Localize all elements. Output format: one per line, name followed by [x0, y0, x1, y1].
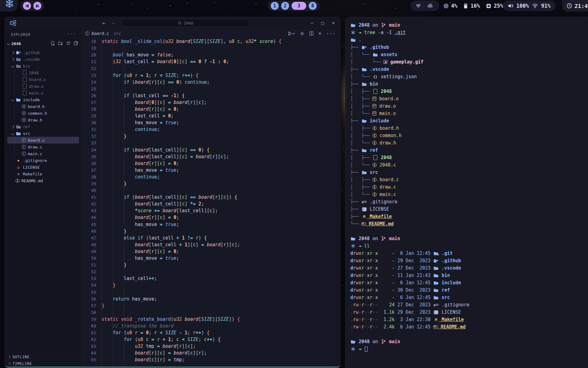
workspace-3[interactable]: 3 [292, 2, 306, 10]
editor-more-button[interactable]: ··· [326, 31, 336, 36]
code-line[interactable]: 52 [81, 268, 340, 275]
sidebar-item-vscode[interactable]: .vscode [5, 56, 81, 63]
code-line[interactable]: 60 // transpose the board [81, 323, 340, 329]
code-line[interactable]: 24 if (board[r][c] == 0) continue; [81, 79, 340, 86]
sidebar-item-gitignore[interactable]: ◆.gitignore [5, 157, 81, 164]
code-line[interactable]: 64 board[r][c] = board[c][r]; [81, 350, 340, 356]
code-line[interactable]: 46 } [81, 228, 340, 235]
sidebar-item-maino[interactable]: main.o [5, 90, 81, 96]
sidebar-item-LICENSE[interactable]: ⚖LICENSE [5, 164, 81, 171]
code-line[interactable]: 58 [81, 309, 340, 316]
code-line[interactable]: 50 has_move = true; [81, 255, 340, 262]
code-line[interactable]: 29 last_cell = 0; [81, 113, 340, 119]
close-button[interactable]: × [332, 20, 335, 26]
code-line[interactable]: 57} [81, 302, 340, 309]
code-line[interactable]: 48 board[last_cell + 1][c] = board[r][c]… [81, 241, 340, 248]
code-line[interactable]: 55 [81, 289, 340, 295]
code-line[interactable]: 21 i32 last_cell = board[0][c] == 0 ? -1… [81, 58, 340, 65]
code-line[interactable]: 18static bool _slide_col(u32 board[SIZE]… [81, 38, 340, 45]
media-next-button[interactable] [33, 2, 41, 10]
code-line[interactable]: 25 [81, 86, 340, 92]
outline-section[interactable]: OUTLINE [5, 353, 81, 360]
settings-gear-button[interactable] [300, 31, 304, 36]
code-line[interactable]: 38 continue; [81, 174, 340, 180]
code-line[interactable]: 27 board[0][c] = board[r][c]; [81, 99, 340, 106]
volume-network-pill[interactable]: 100% 91% [503, 1, 556, 11]
sidebar-item-commonh[interactable]: Hcommon.h [5, 110, 81, 117]
workspace-1[interactable]: 1 [271, 2, 279, 10]
code-line[interactable]: 47 else if (last_cell + 1 != r) { [81, 235, 340, 241]
code-line[interactable]: 31 continue; [81, 126, 340, 133]
sidebar-item-drawc[interactable]: Cdraw.c [5, 144, 81, 150]
code-line[interactable]: 34 if (board[last_cell][c] == 0) { [81, 147, 340, 153]
nav-back-button[interactable]: ← [102, 20, 105, 26]
run-debug-button[interactable] [288, 31, 295, 36]
sidebar-item-include[interactable]: include [5, 96, 81, 103]
code-line[interactable]: 23 for (u8 r = 1; r < SIZE; r++) { [81, 72, 340, 79]
code-line[interactable]: 28 board[r][c] = 0; [81, 106, 340, 113]
sidebar-item-drawo[interactable]: draw.o [5, 83, 81, 90]
code-line[interactable]: 45 has_move = true; [81, 221, 340, 228]
new-file-button[interactable] [51, 41, 55, 45]
code-line[interactable]: 54 } [81, 282, 340, 289]
sidebar-item-ref[interactable]: ref [5, 123, 81, 130]
refresh-button[interactable] [66, 41, 70, 45]
code-line[interactable]: 49 board[r][c] = 0; [81, 248, 340, 255]
minimize-button[interactable]: − [311, 20, 313, 26]
clock[interactable]: 21:46 [562, 0, 588, 12]
code-line[interactable]: 30 has_move = true; [81, 119, 340, 126]
tab-board-c[interactable]: C board.c src [81, 31, 121, 36]
sidebar-item-READMEmd[interactable]: iREADME.md [5, 177, 81, 184]
sidebar-item-src[interactable]: src [5, 130, 81, 137]
code-line[interactable]: 65 board[c][r] = tmp; [81, 356, 340, 363]
command-center-search[interactable]: 2048 [121, 19, 250, 27]
code-line[interactable]: 62 for (u8 c = r + 1; c < SIZE; c++) { [81, 336, 340, 343]
code-line[interactable]: 20 bool has_move = false; [81, 52, 340, 58]
code-line[interactable]: 59static void _rotate_board(u32 board[SI… [81, 316, 340, 323]
code-line[interactable]: 56 return has_move; [81, 296, 340, 302]
sidebar-item-boardh[interactable]: Hboard.h [5, 103, 81, 110]
code-line[interactable]: 41 if (board[last_cell][c] == board[r][c… [81, 194, 340, 201]
code-line[interactable]: 40 [81, 187, 340, 194]
nav-forward-button[interactable]: → [111, 20, 115, 26]
code-line[interactable]: 19 [81, 45, 340, 52]
vscode-titlebar[interactable]: ← → 2048 − □ × [5, 17, 340, 29]
launcher-button[interactable] [0, 0, 18, 12]
tray-indicators[interactable] [410, 1, 439, 11]
workspace-8[interactable]: 8 [309, 2, 317, 10]
code-line[interactable]: 33 [81, 140, 340, 146]
close-editor-button[interactable]: × [318, 31, 321, 36]
sidebar-item-mainc[interactable]: Cmain.c [5, 150, 81, 157]
sidebar-item-github[interactable]: .github [5, 49, 81, 56]
new-folder-button[interactable] [58, 41, 63, 45]
code-line[interactable]: 43 *score += board[last_cell][c]; [81, 207, 340, 214]
code-line[interactable]: 42 board[last_cell][c] *= 2; [81, 201, 340, 207]
code-line[interactable]: 32 } [81, 133, 340, 140]
collapse-all-button[interactable] [74, 41, 78, 45]
sidebar-item-drawh[interactable]: Hdraw.h [5, 117, 81, 123]
code-line[interactable]: 63 u32 tmp = board[r][c]; [81, 343, 340, 350]
code-line[interactable]: 37 has_move = true; [81, 167, 340, 174]
terminal-window[interactable]: 2048 on main → tree -a -I .git .├── .git… [345, 17, 588, 368]
sidebar-item-2048[interactable]: 2048 [5, 69, 81, 76]
code-line[interactable]: 61 for (u8 r = 0; r < SIZE - 1; r++) { [81, 329, 340, 336]
sidebar-item-Makefile[interactable]: ⚒Makefile [5, 171, 81, 177]
split-editor-button[interactable] [309, 31, 314, 36]
maximize-button[interactable]: □ [321, 20, 324, 26]
timeline-section[interactable]: TIMELINE [5, 360, 81, 367]
code-line[interactable]: 26 if (last_cell == -1) { [81, 92, 340, 99]
code-line[interactable]: 44 board[r][c] = 0; [81, 214, 340, 221]
code-line[interactable]: 35 board[last_cell][c] = board[r][c]; [81, 153, 340, 160]
code-line[interactable]: 51 } [81, 262, 340, 268]
code-area[interactable]: 18static bool _slide_col(u32 board[SIZE]… [81, 38, 340, 367]
sidebar-item-bin[interactable]: bin [5, 63, 81, 69]
code-line[interactable]: 39 } [81, 180, 340, 187]
workspace-2[interactable]: 2 [281, 2, 289, 10]
code-line[interactable]: 53 last_cell++; [81, 275, 340, 282]
code-line[interactable]: 22 [81, 65, 340, 72]
code-line[interactable]: 36 board[r][c] = 0; [81, 160, 340, 167]
media-prev-button[interactable] [23, 2, 31, 10]
sidebar-item-boardc[interactable]: Cboard.c [7, 137, 79, 144]
sidebar-item-boardo[interactable]: board.o [5, 76, 81, 83]
explorer-more-button[interactable]: ··· [67, 31, 76, 36]
